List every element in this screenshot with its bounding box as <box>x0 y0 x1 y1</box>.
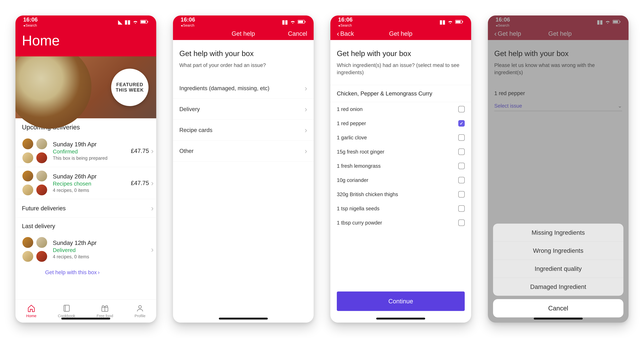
delivery-price: £47.75 <box>131 180 149 187</box>
delivery-row[interactable]: Sunday 12th Apr Delivered 4 recipes, 0 i… <box>16 233 156 265</box>
delivery-row[interactable]: Sunday 19th Apr Confirmed This box is be… <box>16 135 156 167</box>
wifi-icon <box>448 19 453 25</box>
delivery-status: Delivered <box>53 247 151 253</box>
chevron-right-icon: › <box>98 269 100 275</box>
tab-label: Profile <box>134 314 146 318</box>
status-back-search[interactable]: ◂ Search <box>338 23 352 28</box>
recipe-thumbnails <box>22 170 48 196</box>
location-icon: ◣ <box>118 19 122 25</box>
ingredient-label: 15g fresh root ginger <box>337 149 384 155</box>
delivery-date: Sunday 26th Apr <box>53 173 131 180</box>
delivery-date: Sunday 19th Apr <box>53 141 131 148</box>
back-button[interactable]: ‹Back <box>337 30 360 38</box>
signal-icon: ▮▮ <box>282 19 288 25</box>
tab-free-food[interactable]: Free food <box>96 304 113 318</box>
page-title: Home <box>16 27 156 56</box>
cookbook-icon <box>62 304 71 312</box>
last-delivery-heading: Last delivery <box>16 217 156 233</box>
profile-icon <box>136 304 144 312</box>
home-indicator[interactable] <box>376 318 425 319</box>
ingredient-checkbox[interactable] <box>458 163 465 169</box>
svg-rect-10 <box>305 21 306 23</box>
recipe-thumbnails <box>22 237 48 262</box>
page-subtitle: Which ingredient(s) had an issue? (selec… <box>330 62 471 85</box>
chevron-right-icon: › <box>151 204 154 213</box>
sheet-option-damaged[interactable]: Damaged Ingredient <box>493 278 624 296</box>
status-icons: ▮▮ <box>440 19 464 25</box>
battery-icon <box>140 19 148 25</box>
cancel-button[interactable]: Cancel <box>284 30 307 37</box>
ingredient-checkbox[interactable] <box>458 177 465 183</box>
ingredient-checkbox[interactable] <box>458 148 465 155</box>
ingredient-checkbox[interactable] <box>458 191 465 198</box>
option-recipe-cards[interactable]: Recipe cards› <box>173 120 314 140</box>
svg-point-7 <box>138 305 141 308</box>
ingredient-checkbox[interactable] <box>458 120 465 127</box>
ingredient-checkbox[interactable] <box>458 106 465 112</box>
home-indicator[interactable] <box>61 318 110 319</box>
ingredient-label: 1 red onion <box>337 106 362 112</box>
option-ingredients[interactable]: Ingredients (damaged, missing, etc)› <box>173 78 314 99</box>
tab-cookbook[interactable]: Cookbook <box>58 304 75 318</box>
content: Get help with your box What part of your… <box>173 40 314 322</box>
status-time: 16:06 <box>23 16 38 23</box>
option-other[interactable]: Other› <box>173 140 314 161</box>
ingredient-label: 10g coriander <box>337 177 368 183</box>
tab-home[interactable]: Home <box>26 304 36 318</box>
status-back-search[interactable]: ◂ Search <box>181 23 194 28</box>
tab-label: Home <box>26 314 36 318</box>
status-icons: ◣ ▮▮ <box>118 19 148 25</box>
ingredient-label: 1 garlic clove <box>337 135 367 140</box>
header: 16:06 ◂ Search ▮▮ Get help Cancel <box>173 16 314 40</box>
continue-button[interactable]: Continue <box>337 291 465 311</box>
tab-label: Cookbook <box>58 314 75 318</box>
hero[interactable]: FEATURED THIS WEEK <box>16 56 156 118</box>
page-title: Get help with your box <box>173 40 314 62</box>
ingredient-checkbox[interactable] <box>458 205 465 212</box>
chevron-right-icon: › <box>304 84 307 93</box>
sheet-cancel-button[interactable]: Cancel <box>493 299 624 317</box>
status-bar: 16:06 ◂ Search ▮▮ <box>173 16 314 27</box>
battery-icon <box>455 19 464 25</box>
meal-header[interactable]: Chicken, Pepper & Lemongrass Curry <box>330 85 471 102</box>
ingredient-row[interactable]: 1 red pepper <box>330 116 471 130</box>
ingredient-row[interactable]: 1 red onion <box>330 102 471 116</box>
home-icon <box>27 304 36 312</box>
sheet-option-quality[interactable]: Ingredient quality <box>493 260 624 278</box>
delivery-row[interactable]: Sunday 26th Apr Recipes chosen 4 recipes… <box>16 167 156 199</box>
signal-icon: ▮▮ <box>440 19 446 25</box>
svg-rect-12 <box>456 21 460 23</box>
content: Get help with your box Which ingredient(… <box>330 40 471 322</box>
home-indicator[interactable] <box>219 318 268 319</box>
status-time: 16:06 <box>338 16 353 23</box>
delivery-price: £47.75 <box>131 147 149 154</box>
tab-profile[interactable]: Profile <box>134 304 146 318</box>
ingredient-row[interactable]: 10g coriander <box>330 173 471 187</box>
option-delivery[interactable]: Delivery› <box>173 99 314 120</box>
delivery-status: Recipes chosen <box>53 181 131 187</box>
nav-title: Get help <box>202 30 284 37</box>
ingredient-row[interactable]: 15g fresh root ginger <box>330 145 471 159</box>
future-label: Future deliveries <box>22 205 151 212</box>
page-title: Get help with your box <box>330 40 471 62</box>
chevron-right-icon: › <box>151 245 154 254</box>
ingredient-row[interactable]: 1 garlic clove <box>330 130 471 145</box>
ingredients-list: 1 red onion1 red pepper1 garlic clove15g… <box>330 102 471 230</box>
status-back-search[interactable]: ◂ Search <box>23 23 37 28</box>
future-deliveries-row[interactable]: Future deliveries › <box>16 199 156 217</box>
sheet-option-missing[interactable]: Missing Ingredients <box>493 224 624 242</box>
ingredient-row[interactable]: 320g British chicken thighs <box>330 187 471 201</box>
ingredient-row[interactable]: 1 tsp nigella seeds <box>330 201 471 216</box>
status-bar: 16:06 ◂ Search ◣ ▮▮ <box>16 16 156 27</box>
action-sheet: Missing Ingredients Wrong Ingredients In… <box>493 224 624 317</box>
ingredient-row[interactable]: 1 fresh lemongrass <box>330 159 471 173</box>
ingredient-checkbox[interactable] <box>458 134 465 141</box>
get-help-link[interactable]: Get help with this box› <box>16 265 156 279</box>
home-indicator[interactable] <box>534 318 583 319</box>
status-icons: ▮▮ <box>282 19 306 25</box>
header: 16:06 ◂ Search ▮▮ ‹Back Get help <box>330 16 471 40</box>
sheet-option-wrong[interactable]: Wrong Ingredients <box>493 242 624 260</box>
content: FEATURED THIS WEEK Upcoming deliveries S… <box>16 56 156 299</box>
ingredient-row[interactable]: 1 tbsp curry powder <box>330 216 471 230</box>
ingredient-checkbox[interactable] <box>458 220 465 226</box>
